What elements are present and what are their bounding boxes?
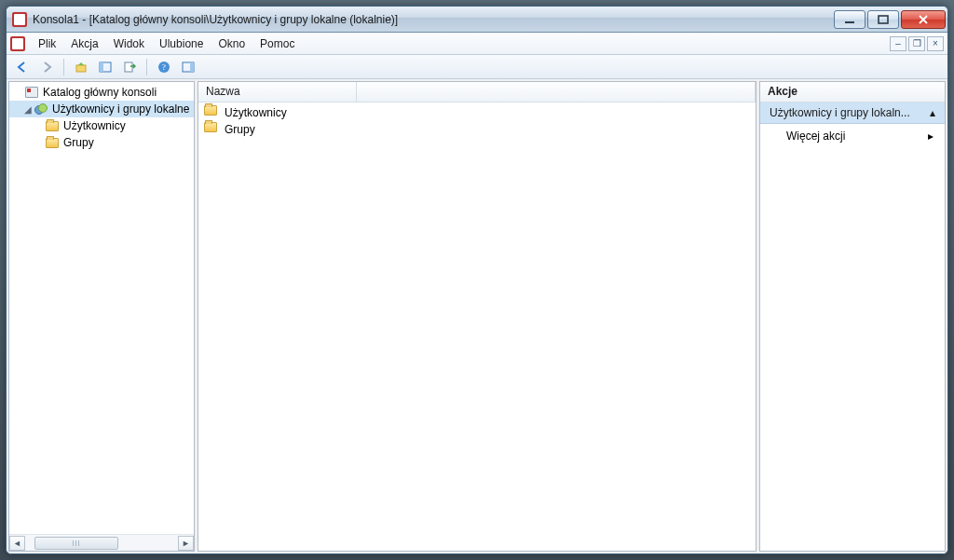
- actions-header-label: Akcje: [768, 85, 797, 98]
- svg-rect-9: [190, 62, 194, 72]
- menubar: Plik Akcja Widok Ulubione Okno Pomoc – ❐…: [7, 33, 947, 55]
- list-item-users[interactable]: Użytkownicy: [198, 104, 756, 121]
- actions-group-header[interactable]: Użytkownicy i grupy lokaln... ▴: [760, 102, 945, 124]
- titlebar[interactable]: Konsola1 - [Katalog główny konsoli\Użytk…: [7, 7, 947, 33]
- tree-root-label: Katalog główny konsoli: [43, 86, 157, 99]
- maximize-button[interactable]: [867, 10, 899, 29]
- actions-header: Akcje: [760, 82, 945, 102]
- mdi-restore-button[interactable]: ❐: [908, 36, 925, 51]
- svg-rect-4: [100, 62, 103, 72]
- menu-favorites[interactable]: Ulubione: [152, 34, 211, 53]
- list-pane: Nazwa Użytkownicy Grupy: [198, 81, 756, 552]
- svg-rect-1: [879, 16, 888, 23]
- menu-window[interactable]: Okno: [211, 34, 252, 53]
- mmc-window: Konsola1 - [Katalog główny konsoli\Użytk…: [6, 6, 948, 554]
- scroll-left-button[interactable]: ◄: [9, 536, 25, 551]
- actions-pane: Akcje Użytkownicy i grupy lokaln... ▴ Wi…: [759, 81, 946, 552]
- maximize-icon: [878, 15, 889, 24]
- menu-file[interactable]: Plik: [31, 34, 63, 53]
- show-hide-action-pane-button[interactable]: [178, 57, 198, 77]
- back-button[interactable]: [12, 57, 33, 77]
- chevron-right-icon: ▸: [928, 130, 934, 143]
- scroll-track[interactable]: [25, 536, 178, 551]
- chevron-up-icon: ▴: [930, 106, 935, 119]
- column-spacer[interactable]: [357, 82, 756, 102]
- minimize-icon: [844, 15, 855, 24]
- action-pane-icon: [182, 61, 195, 74]
- arrow-right-icon: [40, 61, 53, 74]
- tree-root[interactable]: Katalog główny konsoli: [9, 84, 194, 101]
- console-root-icon: [24, 85, 39, 100]
- toolbar-separator: [63, 59, 64, 75]
- tree-groups[interactable]: Grupy: [9, 134, 194, 151]
- horizontal-scrollbar[interactable]: ◄ ►: [9, 534, 194, 551]
- close-button[interactable]: [901, 10, 946, 29]
- toolbar: ?: [7, 55, 947, 79]
- folder-icon: [45, 118, 60, 133]
- folder-icon: [204, 122, 219, 137]
- list-body: Użytkownicy Grupy: [198, 102, 756, 551]
- svg-rect-5: [125, 62, 132, 72]
- tree-pane: Katalog główny konsoli ◢ Użytkownicy i g…: [8, 81, 195, 552]
- column-headers: Nazwa: [198, 82, 756, 102]
- actions-group-label: Użytkownicy i grupy lokaln...: [770, 106, 910, 119]
- folder-up-icon: [75, 61, 88, 74]
- export-icon: [123, 61, 136, 74]
- content-area: Katalog główny konsoli ◢ Użytkownicy i g…: [7, 79, 947, 553]
- toolbar-separator: [146, 59, 147, 75]
- up-button[interactable]: [71, 57, 91, 77]
- tree-users[interactable]: Użytkownicy: [9, 117, 194, 134]
- tree-users-label: Użytkownicy: [63, 119, 126, 132]
- chevron-down-icon[interactable]: ◢: [22, 104, 34, 115]
- svg-rect-2: [76, 65, 86, 72]
- minimize-button[interactable]: [834, 10, 865, 29]
- close-icon: [918, 15, 929, 24]
- help-button[interactable]: ?: [154, 57, 174, 77]
- window-title: Konsola1 - [Katalog główny konsoli\Użytk…: [33, 13, 832, 26]
- list-item-groups[interactable]: Grupy: [198, 121, 756, 138]
- export-list-button[interactable]: [119, 57, 140, 77]
- app-icon: [12, 12, 27, 27]
- mdi-minimize-button[interactable]: –: [890, 36, 906, 51]
- tree-body: Katalog główny konsoli ◢ Użytkownicy i g…: [9, 82, 194, 534]
- menu-action[interactable]: Akcja: [63, 34, 105, 53]
- folder-icon: [45, 135, 60, 150]
- document-icon: [10, 36, 25, 51]
- tree-users-and-groups[interactable]: ◢ Użytkownicy i grupy lokalne: [9, 101, 194, 117]
- menu-help[interactable]: Pomoc: [252, 34, 302, 53]
- list-item-label: Grupy: [225, 123, 255, 136]
- tree-pane-icon: [99, 61, 112, 74]
- tree-groups-label: Grupy: [63, 136, 94, 149]
- help-icon: ?: [157, 61, 170, 74]
- forward-button[interactable]: [36, 57, 57, 77]
- svg-rect-0: [845, 21, 854, 23]
- actions-more-label: Więcej akcji: [786, 130, 845, 143]
- folder-icon: [204, 105, 219, 120]
- tree-users-and-groups-label: Użytkownicy i grupy lokalne: [52, 102, 189, 116]
- window-controls: [832, 10, 946, 29]
- mdi-close-button[interactable]: ×: [927, 36, 944, 51]
- menu-view[interactable]: Widok: [106, 34, 152, 53]
- list-item-label: Użytkownicy: [225, 106, 287, 119]
- scroll-right-button[interactable]: ►: [178, 536, 194, 551]
- show-hide-tree-button[interactable]: [95, 57, 116, 77]
- actions-more[interactable]: Więcej akcji ▸: [760, 124, 945, 148]
- arrow-left-icon: [16, 61, 29, 74]
- column-name[interactable]: Nazwa: [198, 82, 357, 102]
- users-groups-icon: [34, 102, 48, 116]
- scroll-thumb[interactable]: [34, 537, 118, 550]
- column-name-label: Nazwa: [206, 85, 240, 98]
- svg-text:?: ?: [162, 62, 166, 72]
